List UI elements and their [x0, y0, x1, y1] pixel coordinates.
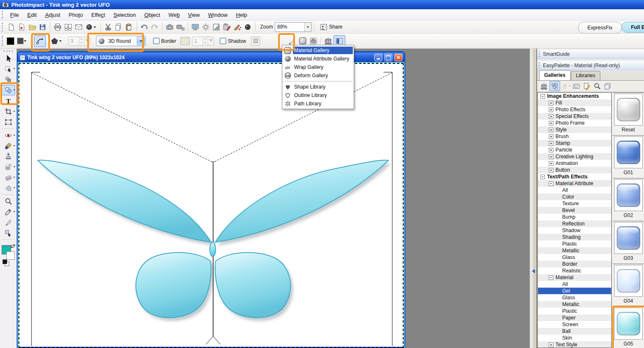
menu-item-wrap-gallery[interactable]: abc Wrap Gallery: [282, 63, 354, 71]
expand-icon[interactable]: [549, 343, 553, 347]
tool-dropdown-arrow[interactable]: [13, 68, 15, 70]
tree-view-button[interactable]: [550, 81, 560, 91]
undo-button[interactable]: [139, 22, 149, 32]
paste-attributes-button[interactable]: [222, 22, 232, 32]
crop-tool[interactable]: [2, 107, 15, 116]
shape-select-button[interactable]: [49, 36, 63, 46]
shadow-checkbox[interactable]: [220, 38, 226, 44]
tree-item[interactable]: Glass: [538, 294, 611, 301]
close-button[interactable]: ✕: [394, 54, 402, 61]
expand-icon[interactable]: [549, 107, 553, 112]
menu-item-material-gallery[interactable]: Material Gallery: [282, 46, 354, 55]
menu-help[interactable]: Help: [232, 10, 251, 19]
material-thumbnail[interactable]: G02: [613, 178, 644, 221]
menubar-grip[interactable]: [2, 11, 3, 18]
material-thumbnail[interactable]: G04: [613, 264, 644, 307]
tree-item[interactable]: Reflection: [538, 220, 611, 227]
text-tool[interactable]: T: [2, 96, 15, 106]
tool-dropdown-arrow[interactable]: [13, 111, 15, 113]
tree-item[interactable]: Border: [538, 261, 611, 267]
object-select-tool[interactable]: [2, 74, 15, 84]
tree-item[interactable]: Plastic: [538, 308, 611, 314]
selection-tool[interactable]: [2, 64, 15, 73]
tree-item[interactable]: Shadow: [538, 227, 611, 234]
path-drawing-tool[interactable]: [2, 85, 15, 95]
expand-icon[interactable]: [549, 121, 553, 126]
capture-button[interactable]: [164, 22, 175, 32]
print-button[interactable]: [52, 22, 63, 32]
new-button[interactable]: [6, 22, 16, 32]
tool-dropdown-arrow[interactable]: [13, 89, 15, 92]
spinner-slider-button[interactable]: [208, 37, 214, 45]
expand-icon[interactable]: [549, 168, 553, 173]
share-button[interactable]: Share: [316, 22, 347, 32]
tree-item[interactable]: Image Enhancements: [538, 93, 611, 99]
shadow-settings-button[interactable]: [251, 37, 260, 46]
tree-item[interactable]: Style: [538, 126, 611, 133]
tree-item[interactable]: Special Effects: [538, 113, 611, 120]
properties-button[interactable]: [571, 81, 581, 91]
expand-icon[interactable]: [549, 114, 553, 119]
tool-dropdown-arrow[interactable]: [13, 211, 15, 213]
tree-item[interactable]: Metallic: [538, 301, 611, 308]
smartguide-bar[interactable]: SmartGuide: [537, 50, 644, 59]
redo-button[interactable]: [149, 22, 160, 32]
quick-fix-button[interactable]: [232, 22, 242, 32]
pick-tool[interactable]: [2, 53, 15, 63]
eyedropper-tool[interactable]: [2, 207, 15, 217]
toolbar-grip[interactable]: [2, 36, 3, 46]
tree-item[interactable]: Paper: [538, 314, 611, 321]
default-foreground-swatch[interactable]: [3, 259, 7, 264]
tree-item[interactable]: Fill: [538, 99, 611, 106]
fill-tool[interactable]: [2, 183, 15, 193]
easypalette-bar[interactable]: EasyPalette - Material (Read-only): [537, 61, 644, 70]
clone-tool[interactable]: [2, 152, 15, 161]
tree-item[interactable]: All: [538, 187, 611, 194]
shape-dropdown-arrow[interactable]: [59, 40, 62, 43]
remove-red-eye-tool[interactable]: [2, 131, 15, 140]
tree-item[interactable]: Photo Effects: [538, 106, 611, 113]
spinner-arrows[interactable]: [79, 37, 84, 45]
capture-web-button[interactable]: @: [175, 22, 185, 32]
tree-item[interactable]: Ball: [538, 328, 611, 335]
menu-window[interactable]: Window: [204, 10, 232, 19]
background-color-swatch[interactable]: [6, 251, 15, 260]
paste-button[interactable]: [124, 22, 134, 32]
tree-item[interactable]: Photo Frame: [538, 120, 611, 126]
tab-galleries[interactable]: Galleries: [539, 70, 571, 80]
tree-item[interactable]: Material Attribute: [538, 180, 611, 187]
gradient-dropdown-arrow[interactable]: [24, 40, 26, 43]
material-thumbnail[interactable]: G05: [613, 307, 644, 348]
material-thumbnail[interactable]: Reset: [613, 93, 644, 136]
minimize-button[interactable]: [374, 54, 382, 61]
tree-item[interactable]: Particle: [538, 147, 611, 153]
tree-item[interactable]: All: [538, 281, 611, 288]
3d-mode-combobox[interactable]: 3D Round: [96, 36, 146, 46]
zoom-combobox[interactable]: 89%: [275, 22, 312, 32]
expand-icon[interactable]: [549, 128, 553, 132]
material-thumbnail[interactable]: G03: [613, 221, 644, 264]
particle-tool[interactable]: [2, 162, 15, 172]
pick-color-tool[interactable]: [2, 228, 15, 238]
edit-gallery-button[interactable]: [582, 81, 592, 91]
tab-libraries[interactable]: Libraries: [571, 71, 600, 80]
expressfix-button[interactable]: ExpressFix: [578, 22, 622, 34]
tree-item[interactable]: Realistic: [538, 267, 611, 274]
menu-edit[interactable]: Edit: [23, 10, 41, 19]
copy-button[interactable]: [113, 22, 124, 32]
menu-item-shape-library[interactable]: Shape Library: [282, 83, 354, 91]
tree-item[interactable]: Brush: [538, 133, 611, 140]
expand-icon[interactable]: [549, 148, 553, 152]
spinner-arrows[interactable]: [203, 37, 208, 45]
tool-dropdown-arrow[interactable]: [13, 145, 15, 147]
home-gallery-button[interactable]: [539, 81, 549, 91]
border-width-spinner[interactable]: 1: [192, 37, 214, 46]
tree-item[interactable]: Stamp: [538, 140, 611, 147]
tree-item[interactable]: Skin: [538, 335, 611, 341]
new-from-template-button[interactable]: [16, 22, 27, 32]
zoom-dropdown-arrow[interactable]: [304, 23, 311, 31]
expand-icon[interactable]: [549, 154, 553, 159]
expand-icon[interactable]: [549, 181, 553, 186]
open-button[interactable]: [27, 22, 37, 32]
menu-item-deform-gallery[interactable]: AB Deform Gallery: [282, 71, 354, 80]
